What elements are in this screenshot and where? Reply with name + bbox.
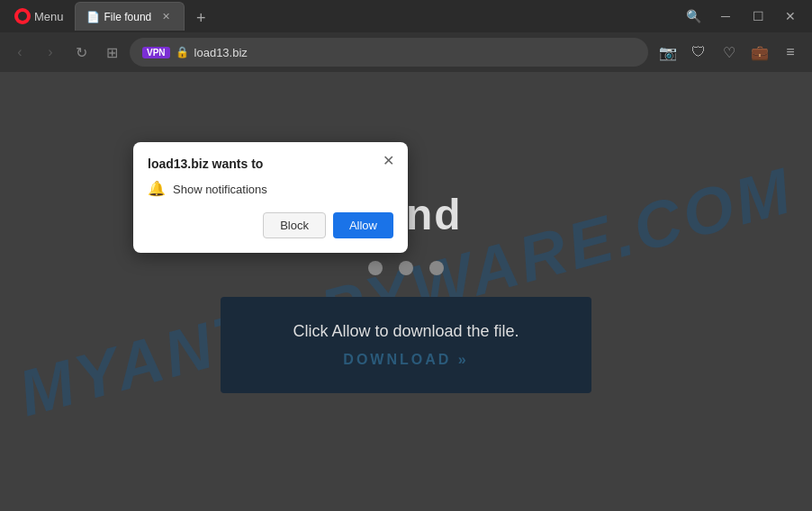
opera-menu[interactable]: Menu <box>7 4 71 28</box>
tab-close-button[interactable]: ✕ <box>158 10 173 24</box>
dot-1 <box>368 261 383 275</box>
menu-label: Menu <box>34 10 64 23</box>
minimize-button[interactable]: ─ <box>711 4 740 29</box>
wallet-icon[interactable]: 💼 <box>745 38 774 67</box>
tab-title: File found <box>104 11 152 23</box>
settings-menu-icon[interactable]: ≡ <box>776 38 805 67</box>
close-button[interactable]: ✕ <box>776 4 805 29</box>
download-label: DOWNLOAD » <box>293 352 519 368</box>
download-box: Click Allow to download the file. DOWNLO… <box>221 297 591 393</box>
refresh-button[interactable]: ↻ <box>68 40 94 65</box>
back-button[interactable]: ‹ <box>7 40 32 65</box>
forward-button[interactable]: › <box>38 40 63 65</box>
popup-actions: Block Allow <box>148 212 393 238</box>
popup-title: load13.biz wants to <box>148 157 393 171</box>
window-controls: 🔍 ─ ☐ ✕ <box>679 4 805 29</box>
tab-bar: Menu 📄 File found ✕ + 🔍 ─ ☐ ✕ <box>0 0 812 32</box>
heart-icon[interactable]: ♡ <box>715 38 744 67</box>
toolbar-icons: 📷 🛡 ♡ 💼 ≡ <box>654 38 805 67</box>
dot-2 <box>399 261 413 275</box>
search-window-button[interactable]: 🔍 <box>679 4 708 29</box>
address-bar: ‹ › ↻ ⊞ VPN 🔒 load13.biz 📷 🛡 ♡ 💼 ≡ <box>0 32 812 72</box>
opera-logo-icon <box>14 8 31 24</box>
maximize-button[interactable]: ☐ <box>744 4 772 29</box>
address-input-wrap[interactable]: VPN 🔒 load13.biz <box>130 38 648 67</box>
vpn-badge: VPN <box>142 47 170 58</box>
browser-chrome: Menu 📄 File found ✕ + 🔍 ─ ☐ ✕ ‹ › ↻ ⊞ VP… <box>0 0 812 72</box>
new-tab-button[interactable]: + <box>188 5 213 31</box>
download-text: Click Allow to download the file. <box>293 322 519 341</box>
popup-permission-text: Show notifications <box>173 183 267 196</box>
tab-group: 📄 File found ✕ + <box>75 2 675 31</box>
shield-icon[interactable]: 🛡 <box>684 38 713 67</box>
tab-file-found[interactable]: 📄 File found ✕ <box>75 2 185 31</box>
allow-button[interactable]: Allow <box>333 212 393 238</box>
dot-3 <box>429 261 444 275</box>
address-text: load13.biz <box>194 46 636 59</box>
lock-icon: 🔒 <box>176 46 189 58</box>
grid-button[interactable]: ⊞ <box>99 40 124 65</box>
notification-bell-icon: 🔔 <box>148 180 166 198</box>
popup-permission-row: 🔔 Show notifications <box>148 180 393 198</box>
popup-close-button[interactable]: ✕ <box>377 149 399 171</box>
block-button[interactable]: Block <box>263 212 326 238</box>
dots-row <box>368 261 444 275</box>
notification-popup: ✕ load13.biz wants to 🔔 Show notificatio… <box>133 142 408 253</box>
camera-icon[interactable]: 📷 <box>654 38 682 67</box>
tab-favicon-icon: 📄 <box>86 11 99 23</box>
page-content: MYANTISPYWARE.COM ound Click Allow to do… <box>0 72 812 511</box>
